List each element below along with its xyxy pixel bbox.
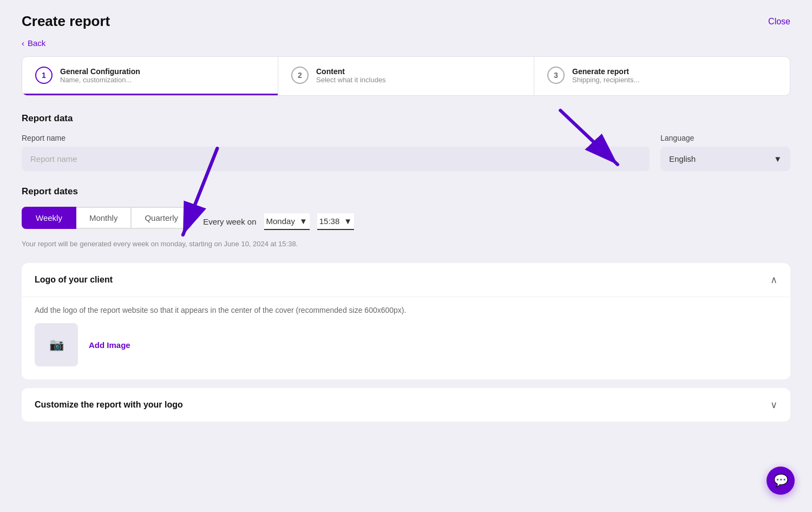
report-name-input[interactable] (22, 147, 650, 171)
time-select[interactable]: 15:38 ▼ (317, 213, 354, 230)
logo-section: Logo of your client ∧ Add the logo of th… (22, 263, 790, 379)
time-dropdown-icon: ▼ (344, 216, 352, 226)
chat-button[interactable]: 💬 (767, 467, 795, 495)
day-select[interactable]: Monday ▼ (264, 213, 310, 230)
frequency-tab-group: Weekly Monthly Quarterly (22, 207, 192, 229)
step-3-title: Generate report (572, 67, 639, 76)
step-3-number: 3 (547, 67, 565, 84)
step-3-subtitle: Shipping, recipients... (572, 76, 639, 84)
step-1-number: 1 (35, 67, 53, 84)
language-select[interactable]: English ▼ (660, 147, 790, 171)
logo-section-body: Add the logo of the report website so th… (22, 297, 790, 379)
language-label: Language (660, 134, 790, 142)
step-2[interactable]: 2 Content Select what it includes (278, 57, 534, 95)
tab-weekly[interactable]: Weekly (22, 207, 76, 229)
logo-section-description: Add the logo of the report website so th… (35, 297, 777, 314)
tab-monthly[interactable]: Monthly (75, 207, 132, 229)
customize-section-header[interactable]: Customize the report with your logo ∨ (22, 388, 790, 422)
image-placeholder: 📷 (35, 323, 78, 366)
close-button[interactable]: Close (768, 17, 790, 27)
frequency-prefix: Every week on (203, 217, 256, 226)
report-name-label: Report name (22, 134, 650, 142)
language-dropdown-icon: ▼ (774, 154, 782, 163)
report-dates-title: Report dates (22, 186, 790, 197)
logo-section-chevron-icon: ∧ (770, 274, 777, 286)
step-2-number: 2 (291, 67, 309, 84)
report-data-title: Report data (22, 113, 790, 124)
step-1-title: General Configuration (60, 67, 140, 76)
back-label: Back (28, 38, 45, 48)
add-image-button[interactable]: Add Image (89, 340, 130, 350)
step-2-title: Content (316, 67, 386, 76)
day-dropdown-icon: ▼ (299, 216, 307, 226)
back-arrow-icon: ‹ (22, 38, 24, 48)
stepper: 1 General Configuration Name, customizat… (22, 56, 790, 96)
customize-section-chevron-icon: ∨ (770, 399, 777, 411)
logo-section-title: Logo of your client (35, 275, 113, 285)
chat-icon: 💬 (774, 474, 788, 488)
customize-section-title: Customize the report with your logo (35, 400, 183, 410)
back-link[interactable]: ‹ Back (0, 38, 812, 56)
image-upload-area: 📷 Add Image (35, 323, 777, 366)
step-1[interactable]: 1 General Configuration Name, customizat… (22, 57, 278, 95)
logo-section-header[interactable]: Logo of your client ∧ (22, 263, 790, 297)
time-value: 15:38 (319, 216, 340, 226)
customize-section: Customize the report with your logo ∨ (22, 388, 790, 422)
frequency-hint: Your report will be generated every week… (22, 240, 790, 248)
day-value: Monday (266, 216, 295, 226)
step-1-subtitle: Name, customization... (60, 76, 140, 84)
tab-quarterly[interactable]: Quarterly (130, 207, 192, 229)
image-placeholder-icon: 📷 (49, 338, 64, 352)
step-3[interactable]: 3 Generate report Shipping, recipients..… (534, 57, 790, 95)
step-2-subtitle: Select what it includes (316, 76, 386, 84)
frequency-config: Every week on Monday ▼ 15:38 ▼ (203, 213, 354, 230)
language-value: English (669, 154, 696, 163)
page-title: Create report (22, 13, 110, 30)
